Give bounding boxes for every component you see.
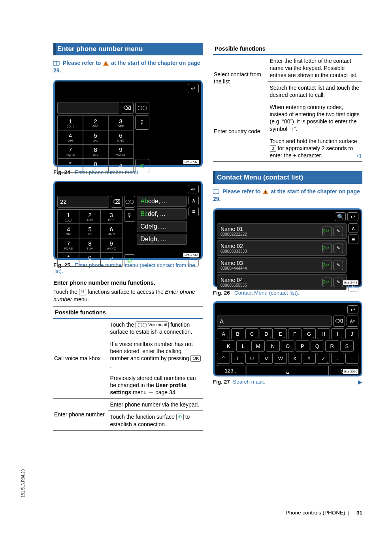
space-key[interactable]: ␣ <box>247 365 329 376</box>
keypad-key[interactable]: 3DEF <box>100 210 122 224</box>
contact-suggestion[interactable]: Defgh, ... <box>137 234 187 245</box>
keyboard-key[interactable]: Dˬ <box>260 328 273 339</box>
back-icon[interactable]: ↩ <box>347 212 358 221</box>
call-icon[interactable]: ✆+0.../ <box>322 278 332 287</box>
contact-suggestion[interactable]: Bcdef, ... <box>137 208 187 219</box>
scroll-down-icon[interactable]: ∨ <box>188 257 199 267</box>
dialer-input[interactable] <box>57 102 119 114</box>
keyboard-key[interactable]: Uˬ <box>245 353 258 364</box>
contact-suggestion[interactable]: Cdefg, ... <box>137 221 187 232</box>
search-input[interactable]: A <box>217 316 332 327</box>
possible-functions-header: Possible functions <box>213 43 362 55</box>
call-icon[interactable]: ✆+0.../ <box>322 244 332 253</box>
call-icon[interactable]: ✆+0.../ <box>322 261 332 270</box>
keypad-key[interactable]: *⌣ <box>58 252 79 267</box>
keypad-key[interactable]: 9WXYZ <box>100 238 122 252</box>
keypad-key[interactable]: # <box>108 159 134 173</box>
keypad-key[interactable]: 7PQRS <box>58 144 83 159</box>
function-row: Select contact from the listEnter the fi… <box>213 55 362 101</box>
back-icon[interactable]: ↩ <box>188 84 199 93</box>
keypad-key[interactable]: 0+ <box>83 159 108 173</box>
keyboard-key[interactable]: Nˬ <box>266 340 279 352</box>
backspace-icon[interactable]: ⌫ <box>121 102 134 114</box>
contact-suggestion[interactable]: Abcde, ... <box>137 196 187 207</box>
call-icon[interactable]: ✆+0.../ <box>322 227 332 236</box>
keypad-key[interactable]: 4GHI <box>58 224 79 238</box>
edit-icon[interactable]: ✎ <box>334 244 343 253</box>
keypad-key[interactable]: 8TUV <box>83 144 108 159</box>
image-code: Bra-2520 <box>343 369 358 374</box>
page-footer: Phone controls (PHONE) | 31 <box>286 510 362 516</box>
keypad-key[interactable]: 6MNO <box>108 130 134 144</box>
keyboard-key[interactable]: Sˬ <box>340 340 354 352</box>
contact-row[interactable]: Name 04000005555555✆+0.../✎ <box>217 274 347 290</box>
keypad-key[interactable]: 1◯◯ <box>58 116 83 130</box>
keypad-key[interactable]: 7PQRS <box>58 238 79 252</box>
keypad-key[interactable]: 2ABC <box>83 116 108 130</box>
call-icon[interactable]: ✆ <box>124 254 136 267</box>
keypad-key[interactable]: 1◯◯ <box>58 210 79 224</box>
contact-row[interactable]: Name 02000003333333✆+0.../✎ <box>217 240 347 256</box>
edit-icon[interactable]: ✎ <box>334 227 343 236</box>
keyboard-key[interactable]: Kˬ <box>222 340 235 352</box>
keyboard-key[interactable]: Zˬ <box>317 353 330 364</box>
keyboard-key[interactable]: Aˬ <box>217 328 230 339</box>
keypad-key[interactable]: 0+ <box>79 252 100 267</box>
keypad-key[interactable]: 3DEF <box>108 116 134 130</box>
keypad-key[interactable]: 6MNO <box>100 224 122 238</box>
keyboard-key[interactable]: V <box>260 353 273 364</box>
keypad-key[interactable]: 9WXYZ <box>108 144 134 159</box>
scroll-up-icon[interactable]: ∧ <box>188 196 199 205</box>
scroll-up-icon[interactable]: ∧ <box>348 223 358 233</box>
dialer-input[interactable]: 22 <box>57 196 109 208</box>
keyboard-key[interactable]: W <box>274 353 287 364</box>
keypad-key[interactable]: 2ABC <box>79 210 100 224</box>
az-list-icon[interactable]: A≡ <box>347 316 358 327</box>
contact-row[interactable]: Name 01000002222222✆+0.../✎ <box>217 223 347 239</box>
heading-enter-phone-number: Enter phone number menu <box>53 43 203 55</box>
keyboard-key[interactable]: - <box>345 353 358 364</box>
keyboard-row: ⇧TˬUˬVWXYˬZˬ.- <box>217 353 358 364</box>
keyboard-key[interactable]: F <box>288 328 301 339</box>
backspace-icon[interactable]: ⌫ <box>333 316 345 327</box>
back-icon[interactable]: ↩ <box>188 185 199 193</box>
mode-key[interactable]: 123... <box>217 365 245 376</box>
list-icon[interactable]: ≡ <box>348 234 358 244</box>
keyboard-key[interactable]: ⇧ <box>217 353 230 364</box>
mic-icon[interactable]: 🎙 <box>124 209 136 222</box>
keypad-key[interactable]: 4GHI <box>58 130 83 144</box>
call-icon[interactable]: ✆ <box>135 159 149 173</box>
contact-row[interactable]: Name 03000004444444✆+0.../✎ <box>217 257 347 273</box>
keyboard-key[interactable]: Iˬ <box>331 328 344 339</box>
keyboard-key[interactable]: Cˬ <box>245 328 258 339</box>
backspace-icon[interactable]: ⌫ <box>111 196 122 208</box>
voicemail-icon[interactable]: ◯◯ <box>124 196 136 208</box>
search-icon[interactable]: 🔍 <box>335 212 346 221</box>
keyboard-key[interactable]: Gˬ <box>303 328 316 339</box>
keyboard-key[interactable]: M <box>251 340 265 352</box>
keyboard-key[interactable]: Yˬ <box>303 353 316 364</box>
keypad-key[interactable]: *⌣ <box>58 159 83 173</box>
keyboard-key[interactable]: H <box>317 328 330 339</box>
keyboard-key[interactable]: Q <box>311 340 324 352</box>
keyboard-key[interactable]: Oˬ <box>281 340 294 352</box>
keyboard-key[interactable]: Tˬ <box>231 353 244 364</box>
keyboard-key[interactable]: P <box>296 340 309 352</box>
edit-icon[interactable]: ✎ <box>334 278 343 287</box>
edit-icon[interactable]: ✎ <box>334 261 343 270</box>
keyboard-key[interactable]: . <box>331 353 344 364</box>
back-icon[interactable]: ↩ <box>347 305 358 314</box>
keypad-key[interactable]: 5JKL <box>83 130 108 144</box>
list-icon[interactable]: ≡ <box>188 207 199 216</box>
keyboard-key[interactable]: Lˬ <box>236 340 250 352</box>
keyboard-key[interactable]: B <box>231 328 244 339</box>
mic-icon[interactable]: 🎙 <box>135 115 149 130</box>
keypad-key[interactable]: # <box>100 252 122 267</box>
keypad-key[interactable]: 5JKL <box>79 224 100 238</box>
keyboard-key[interactable]: Eˬ <box>274 328 287 339</box>
keyboard-key[interactable]: J <box>345 328 358 339</box>
voicemail-icon[interactable]: ◯◯ <box>135 102 149 114</box>
keyboard-key[interactable]: X <box>288 353 301 364</box>
keypad-key[interactable]: 8TUV <box>79 238 100 252</box>
keyboard-key[interactable]: Rˬ <box>325 340 339 352</box>
